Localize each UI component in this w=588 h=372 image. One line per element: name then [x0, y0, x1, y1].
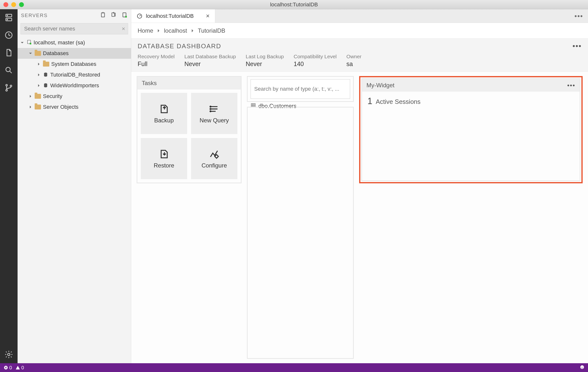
activity-file[interactable]	[0, 48, 18, 57]
servers-sidebar: SERVERS × localhost, master (sa) Databas…	[18, 9, 131, 363]
tab-label: localhost:TutorialDB	[146, 13, 194, 19]
tree-server-node[interactable]: localhost, master (sa)	[18, 37, 131, 48]
object-search-widget: dbo.Customers	[247, 76, 354, 102]
toggle-active-button[interactable]	[117, 12, 128, 19]
tasks-title: Tasks	[142, 80, 157, 87]
folder-icon	[43, 62, 49, 67]
svg-point-20	[210, 109, 211, 110]
restore-icon	[158, 149, 169, 160]
dashboard-title: DATABASE DASHBOARD	[138, 42, 572, 50]
editor-area: localhost:TutorialDB × ••• Home localhos…	[131, 9, 588, 363]
tree-db-tutorialdb-restored[interactable]: TutorialDB_Restored	[18, 70, 131, 80]
tree-item-label: WideWorldImporters	[50, 82, 99, 89]
dashboard-properties: Recovery Model Full Last Database Backup…	[138, 54, 582, 68]
folder-icon	[35, 51, 41, 56]
my-widget: My-Widget ••• 1 Active Sessions	[359, 76, 583, 183]
server-search-input[interactable]	[21, 23, 128, 34]
activity-bar	[0, 9, 18, 363]
tree-databases-node[interactable]: Databases	[18, 48, 131, 59]
minimize-window-button[interactable]	[11, 2, 16, 7]
svg-point-21	[210, 111, 211, 112]
smiley-icon	[580, 365, 585, 370]
active-sessions-count: 1	[368, 96, 372, 106]
breadcrumb-home[interactable]: Home	[138, 27, 153, 34]
svg-rect-11	[112, 13, 115, 16]
my-widget-more-button[interactable]: •••	[567, 82, 575, 89]
gear-icon	[4, 350, 13, 359]
svg-rect-15	[30, 43, 31, 44]
tree-system-databases[interactable]: System Databases	[18, 59, 131, 70]
dashboard-more-button[interactable]: •••	[572, 42, 582, 50]
object-list-widget	[247, 107, 354, 359]
chevron-right-icon	[37, 73, 41, 77]
task-configure-button[interactable]: Configure	[191, 138, 237, 179]
svg-point-3	[7, 19, 8, 20]
sidebar-title: SERVERS	[21, 13, 95, 18]
warning-icon	[15, 365, 20, 370]
tree-server-objects-label: Server Objects	[43, 104, 79, 110]
activity-servers[interactable]	[0, 13, 18, 22]
clear-search-button[interactable]: ×	[122, 25, 125, 32]
sidebar-header: SERVERS	[18, 9, 131, 22]
svg-point-22	[215, 155, 218, 158]
active-sessions-label: Active Sessions	[376, 96, 421, 106]
svg-point-7	[6, 90, 8, 91]
new-query-icon	[209, 103, 220, 115]
chevron-right-icon	[28, 95, 33, 98]
svg-point-5	[6, 67, 10, 72]
tree-databases-label: Databases	[43, 50, 69, 57]
tree-item-label: System Databases	[51, 61, 96, 67]
svg-point-6	[6, 84, 8, 86]
task-label: Configure	[201, 162, 227, 169]
activity-search[interactable]	[0, 66, 18, 75]
tasks-widget: Tasks Backup New Query Res	[137, 76, 242, 183]
prop-recovery-model: Recovery Model Full	[138, 54, 175, 68]
object-search-input[interactable]	[251, 79, 350, 99]
svg-point-19	[210, 106, 211, 107]
gauge-icon	[137, 13, 143, 19]
chevron-down-icon	[20, 41, 24, 44]
tab-overflow-button[interactable]: •••	[570, 9, 588, 23]
chevron-right-icon	[37, 62, 41, 66]
task-restore-button[interactable]: Restore	[141, 138, 187, 179]
folder-icon	[35, 105, 41, 110]
status-errors[interactable]: 0	[3, 365, 12, 371]
activity-source-control[interactable]	[0, 83, 18, 92]
status-feedback-button[interactable]	[580, 365, 585, 371]
activity-history[interactable]	[0, 31, 18, 40]
tree-db-wideworldimporters[interactable]: WideWorldImporters	[18, 80, 131, 91]
task-new-query-button[interactable]: New Query	[191, 93, 237, 134]
error-icon	[3, 365, 8, 370]
zoom-window-button[interactable]	[19, 2, 24, 7]
tab-dashboard[interactable]: localhost:TutorialDB ×	[131, 9, 215, 23]
prop-last-db-backup: Last Database Backup Never	[184, 54, 236, 68]
status-warnings[interactable]: 0	[15, 365, 24, 371]
window-titlebar: localhost:TutorialDB	[0, 0, 588, 9]
task-backup-button[interactable]: Backup	[141, 93, 187, 134]
tab-close-button[interactable]: ×	[206, 12, 210, 20]
new-connection-button[interactable]	[95, 12, 106, 19]
task-label: Backup	[154, 117, 174, 124]
breadcrumb-database[interactable]: TutorialDB	[198, 27, 225, 34]
svg-point-26	[581, 366, 582, 367]
my-widget-body: 1 Active Sessions	[362, 92, 580, 181]
svg-point-25	[580, 365, 584, 369]
new-group-button[interactable]	[106, 12, 117, 19]
window-title: localhost:TutorialDB	[270, 1, 318, 8]
tree-server-objects-node[interactable]: Server Objects	[18, 102, 131, 112]
file-icon	[4, 48, 13, 57]
task-label: Restore	[154, 162, 174, 169]
chevron-right-icon	[190, 27, 194, 34]
breadcrumb-server[interactable]: localhost	[164, 27, 187, 34]
prop-owner: Owner sa	[346, 54, 362, 68]
prop-compat-level: Compatibility Level 140	[294, 54, 337, 68]
chevron-right-icon	[157, 27, 160, 34]
database-icon	[43, 83, 48, 88]
configure-icon	[209, 149, 220, 160]
tree-security-node[interactable]: Security	[18, 91, 131, 102]
clock-icon	[4, 31, 13, 40]
tree-server-label: localhost, master (sa)	[34, 40, 85, 46]
activity-settings[interactable]	[0, 350, 18, 359]
chevron-right-icon	[28, 105, 33, 109]
close-window-button[interactable]	[3, 2, 8, 7]
